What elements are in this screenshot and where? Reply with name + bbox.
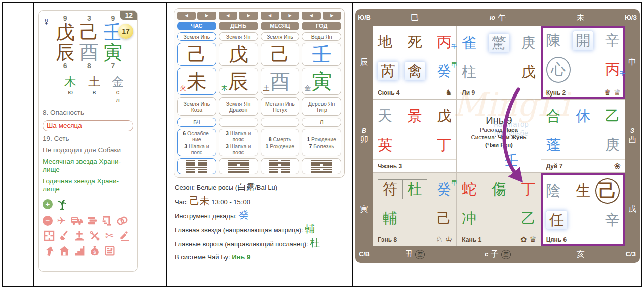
branch-label: 亥 [539,249,622,260]
season-line: Сезон: Белые росы (白露/Bai Lu) [175,183,348,192]
palace-label-strip: Ли 9 [457,86,540,99]
hexagram-box [302,158,341,174]
branch-label: ю午 [456,13,539,23]
day-note: Годичная звезда Храни-лище [43,177,133,194]
branch-label: 辰 [360,57,368,68]
palace-cell-ли-9[interactable]: 雀驚庚 柱戊 Ли 9 [457,26,540,99]
app-window: ☿ 12 17 9 戊 辰 63 己 酉 89 壬 寅 7 木ю土в金с л 8… [0,0,644,289]
center-palace-info[interactable]: Инь 9 Расклад Часа Система: Чжи Жунь (Чж… [457,100,540,172]
main-star-line: Главная звезда (направляющая матрица): 輔 [175,225,348,234]
compass-bar-east: 辰 В卯 寅 [355,26,373,246]
marked-stem-circle: 己 [595,178,620,204]
palace-content: 蛇傷丁 冲乙 [457,175,540,233]
knight-outline-icon: ♘ [436,236,443,244]
palace-label-strip: Гэнь 8 ♘♔ [373,233,456,246]
corner-label: С/В [355,251,373,258]
news-document-icon [103,244,116,257]
system-name-line: Система: Чжи Жунь [457,134,540,141]
day-number-badge: 12 [120,11,137,20]
day-notes: 8. ОпасностьШа месяца19. СетьНе подходит… [43,109,133,194]
palace-name: Кунь 2 [546,89,566,97]
pillar-column-год: ◀ ▶ ГОД Вода Ян 壬 金寅 Дерево Ян Тигр Л 1 … [302,12,341,174]
favorable-activities-icons: + [43,198,133,210]
palace-label-strip: Сюнь 4 ♞ [373,86,456,99]
unfavorable-activities-icons: −✈✂$ [43,214,133,257]
palace-label-strip: Кань 1 ✿♛ [457,233,540,246]
bazi-pillars: 9 戊 辰 63 己 酉 89 壬 寅 7 [54,15,124,70]
element-polarity-label: Вода Ян [302,32,341,41]
shovel-icon [58,229,70,242]
system-line: В системе Чай Бу: Инь 9 [175,253,348,261]
prev-button[interactable]: ◀ [177,12,196,20]
palace-cell-чжэнь-3[interactable]: 天景戊 英丁 Чжэнь 3 [373,100,456,172]
element-polarity-label: Земля Инь [177,32,216,41]
life-stage-box: 1 Рождение7 Болезнь [302,129,341,156]
marker-label [219,118,258,127]
hexagram-box [219,158,258,174]
highlight-box: 禽 [405,62,425,80]
branch-label: 未 [539,13,622,23]
chart-title: Инь 9 [457,115,540,126]
palace-label-strip: Дуй 7 ❀ [541,159,625,172]
palace-cell-дуй-7[interactable]: 合休乙 蓬庚 Дуй 7 ❀ [541,100,625,172]
palace-name: Сюнь 4 [378,89,400,97]
palace-cell-цянь-6[interactable]: 陰生己 任辛 Цянь 6 [541,173,625,246]
compass-bar-south: Ю/В 巳 ю午 未 Ю/З [355,9,640,26]
palace-grid: 地死丙壬 芮禽癸甲 Сюнь 4 ♞ 雀驚庚 柱戊 Ли 9 陳開辛 心丙壬 К… [373,26,625,246]
life-stage-box: 6 Ослабле-ние3 Шапка и пояс [177,129,216,156]
prev-button[interactable]: ◀ [302,12,320,20]
next-button[interactable]: ▶ [239,12,258,20]
hexagram-box [177,158,216,174]
bazi-day-card: ☿ 12 17 9 戊 辰 63 己 酉 89 壬 寅 7 木ю土в金с л 8… [38,10,138,272]
pillar-nav: ◀ ▶ [177,12,216,20]
day-note: 8. Опасность [43,109,133,117]
palace-name: Ли 9 [462,89,475,97]
grave-cross-icon [73,229,86,242]
element-summary: 木ю土в金с л [61,75,133,104]
palace-cell-кань-1[interactable]: 蛇傷丁 冲乙 Кань 1 ✿♛ [457,173,540,246]
prev-button[interactable]: ◀ [261,12,279,20]
palace-label-strip: Цянь 6 [541,233,625,246]
panel-divider [33,3,34,286]
life-stage-box: 8 Смерть1 Рождение [261,129,300,156]
palace-label-strip: Кунь 2 ♛♕ [541,86,625,99]
hour-line: Час: 己未 13:00 - 15:00 [175,197,348,206]
main-gate-line: Главные ворота (направляющий посланец): … [175,239,348,248]
mercury-icon: ☿ [43,17,50,28]
palace-cell-гэнь-8[interactable]: 符杜癸甲 輔己 Гэнь 8 ♘♔ [373,173,456,246]
pillar-column-день: ◀ ▶ ДЕНЬ Земля Ян 戊 木辰 Земля Ян Дракон 3… [219,12,258,174]
crown-king-icon: ♔ [445,236,452,244]
prev-button[interactable]: ◀ [219,12,237,20]
wedding-rings-icon [116,214,128,227]
next-button[interactable]: ▶ [197,12,216,20]
knight-solid-icon: ♞ [445,89,452,97]
floor-plan-icon [43,229,55,242]
palace-name: Гэнь 8 [378,236,397,243]
element-polarity-label: Земля Ян [219,32,258,41]
corner-label: Ю/З [622,14,640,21]
vacation-palm-icon [55,198,68,210]
element-item: 金с л [108,75,127,104]
tab-месяц[interactable]: МЕСЯЦ [261,22,300,30]
corner-label: Ю/В [355,14,373,21]
highlight-box: 芮 [378,62,398,80]
branch-box: 土酉 [261,68,300,95]
tab-час[interactable]: ЧАС [177,22,216,30]
next-button[interactable]: ▶ [323,12,341,20]
pillars-card: ◀ ▶ ЧАС Земля Инь 己 火未 Земля Инь Коза БЧ… [174,8,345,178]
outlined-box: 符 [378,179,403,199]
chart-type-line: Расклад Часа [457,126,540,134]
life-stage-box: 3 Шапка и пояс3 Шапка и пояс [219,129,258,156]
tab-день[interactable]: ДЕНЬ [219,22,258,30]
tab-год[interactable]: ГОД [302,22,341,30]
svg-text:$: $ [93,249,96,255]
money-bag-icon: $ [88,244,101,257]
palace-cell-сюнь-4[interactable]: 地死丙壬 芮禽癸甲 Сюнь 4 ♞ [373,26,456,99]
void-marker: 空 [415,250,425,259]
palace-cell-кунь-2[interactable]: 陳開辛 心丙壬 Кунь 2 ♛♕ [541,26,625,99]
day-note: 19. Сеть [43,135,133,143]
compass-bar-west: 申 З酉 戌 [625,26,640,246]
palace-content: 天景戊 英丁 [373,102,456,159]
bazi-pillar: 9 戊 辰 6 [54,15,76,70]
next-button[interactable]: ▶ [281,12,299,20]
